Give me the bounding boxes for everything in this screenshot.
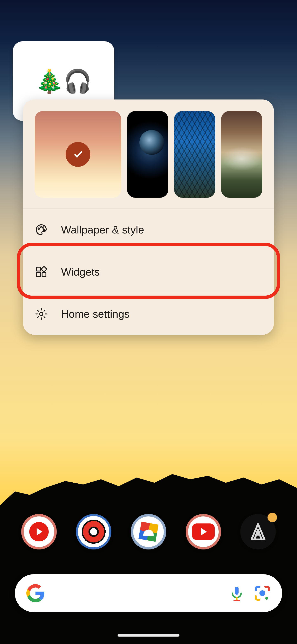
settings-gear-icon — [35, 307, 48, 320]
svg-rect-7 — [41, 266, 47, 272]
voice-search-icon[interactable] — [228, 584, 246, 602]
wallpaper-thumb-forest[interactable] — [221, 111, 262, 198]
app-icon-youtube[interactable] — [186, 514, 221, 550]
wallpaper-thumbnail-strip[interactable] — [23, 100, 274, 208]
wallpaper-mountain-silhouette — [0, 470, 297, 644]
svg-rect-5 — [36, 273, 40, 276]
google-logo-icon — [26, 584, 45, 603]
svg-point-13 — [260, 590, 265, 596]
wallpaper-thumb-structure[interactable] — [174, 111, 215, 198]
menu-item-home-settings[interactable]: Home settings — [23, 293, 274, 335]
widget-emoji-text: 🎄🎧 — [35, 68, 92, 94]
selected-check-icon — [66, 142, 90, 167]
svg-point-3 — [43, 229, 45, 231]
google-search-bar[interactable] — [15, 574, 282, 612]
palette-icon — [35, 223, 48, 236]
notification-dot-icon — [268, 513, 277, 522]
home-longpress-popup: Wallpaper & style Widgets Home setti — [23, 100, 274, 335]
svg-rect-6 — [42, 273, 46, 276]
svg-rect-9 — [235, 587, 239, 595]
svg-point-8 — [40, 312, 43, 316]
app-icon-youtube-music[interactable] — [21, 514, 57, 550]
popup-menu-list: Wallpaper & style Widgets Home setti — [23, 208, 274, 335]
menu-item-label: Wallpaper & style — [61, 224, 144, 236]
app-icon-pokemon-go[interactable] — [76, 514, 111, 550]
widgets-icon — [35, 265, 48, 278]
svg-point-2 — [42, 227, 44, 228]
svg-point-12 — [265, 597, 268, 600]
gesture-nav-handle[interactable] — [118, 634, 179, 636]
svg-point-0 — [38, 228, 40, 229]
wallpaper-thumb-earth[interactable] — [127, 111, 168, 198]
svg-point-1 — [40, 226, 41, 228]
app-dock — [0, 514, 297, 550]
wallpaper-thumb-current[interactable] — [35, 111, 121, 198]
app-icon-atlas[interactable] — [240, 514, 276, 550]
app-icon-family-link[interactable] — [131, 514, 166, 550]
menu-item-widgets[interactable]: Widgets — [23, 250, 274, 293]
google-lens-icon[interactable] — [254, 584, 271, 602]
svg-rect-4 — [36, 267, 40, 271]
menu-item-label: Widgets — [61, 266, 100, 278]
menu-item-wallpaper-style[interactable]: Wallpaper & style — [23, 208, 274, 250]
menu-item-label: Home settings — [61, 308, 130, 320]
